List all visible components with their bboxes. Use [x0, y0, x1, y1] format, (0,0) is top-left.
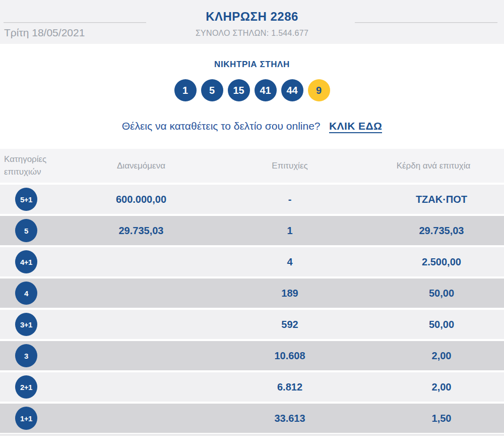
winning-number-ball: 5 — [201, 79, 223, 101]
category-badge: 5 — [15, 219, 37, 242]
prize-cell: 1,50 — [363, 413, 504, 424]
category-badge: 3 — [15, 344, 37, 367]
cta-line: Θέλεις να καταθέτεις το δελτίο σου onlin… — [0, 120, 504, 132]
draw-date: Τρίτη 18/05/2021 — [4, 27, 85, 39]
winners-cell: - — [217, 194, 363, 205]
joker-number-ball: 9 — [308, 79, 330, 101]
table-row: 529.735,03129.735,03 — [0, 214, 504, 245]
table-row: 418950,00 — [0, 276, 504, 308]
col-header-category: Κατηγορίες επιτυχιών — [0, 153, 55, 178]
prize-cell: 29.735,03 — [363, 225, 504, 237]
winning-number-ball: 44 — [281, 79, 303, 101]
prize-cell: 2,00 — [363, 350, 504, 362]
category-cell: 5 — [0, 219, 52, 242]
category-badge: 4+1 — [15, 250, 37, 273]
category-badge: 5+1 — [15, 188, 37, 211]
table-row: 1+133.6131,50 — [0, 402, 504, 433]
category-badge: 4 — [15, 282, 37, 305]
prize-cell: 50,00 — [363, 319, 504, 330]
category-cell: 3+1 — [0, 313, 52, 336]
col-header-winners: Επιτυχίες — [217, 161, 363, 171]
winners-cell: 189 — [217, 288, 363, 299]
draw-title: ΚΛΗΡΩΣΗ 2286 — [0, 10, 504, 24]
winning-numbers: 151541449 — [0, 79, 504, 101]
col-header-distributed: Διανεμόμενα — [66, 161, 217, 171]
table-row: 3+159250,00 — [0, 308, 504, 339]
results-rows: 5+1600.000,00-ΤΖΑΚ·ΠΟΤ529.735,03129.735,… — [0, 183, 504, 433]
prize-cell: 2.500,00 — [363, 256, 504, 268]
results-table: Κατηγορίες επιτυχιών Διανεμόμενα Επιτυχί… — [0, 149, 504, 436]
winning-number-ball: 15 — [228, 79, 250, 101]
col-header-prize: Κέρδη ανά επιτυχία — [363, 161, 504, 171]
winners-cell: 33.613 — [217, 413, 363, 424]
category-cell: 4+1 — [0, 250, 52, 273]
category-cell: 4 — [0, 282, 52, 305]
table-row: 2+16.8122,00 — [0, 370, 504, 402]
prize-cell: ΤΖΑΚ·ΠΟΤ — [363, 194, 504, 205]
category-cell: 1+1 — [0, 407, 52, 430]
winning-number-ball: 1 — [174, 79, 197, 101]
winners-cell: 10.608 — [217, 350, 363, 362]
category-cell: 2+1 — [0, 375, 52, 399]
distributed-cell: 600.000,00 — [66, 194, 217, 205]
winners-cell: 6.812 — [217, 381, 363, 393]
winners-cell: 592 — [217, 319, 363, 330]
winners-cell: 1 — [217, 225, 363, 237]
click-here-link[interactable]: ΚΛΙΚ ΕΔΩ — [329, 120, 382, 133]
prize-cell: 50,00 — [363, 288, 504, 299]
winning-column-heading: ΝΙΚΗΤΡΙΑ ΣΤΗΛΗ — [0, 60, 504, 70]
distributed-cell: 29.735,03 — [66, 225, 217, 237]
table-row: 310.6082,00 — [0, 339, 504, 370]
category-badge: 1+1 — [15, 407, 37, 430]
table-footer-strip — [0, 433, 504, 436]
table-row: 5+1600.000,00-ΤΖΑΚ·ΠΟΤ — [0, 183, 504, 214]
results-table-header: Κατηγορίες επιτυχιών Διανεμόμενα Επιτυχί… — [0, 149, 504, 183]
winners-cell: 4 — [217, 256, 363, 268]
category-cell: 3 — [0, 344, 52, 367]
prize-cell: 2,00 — [363, 381, 504, 393]
category-cell: 5+1 — [0, 188, 52, 211]
page: ΚΛΗΡΩΣΗ 2286 ΣΥΝΟΛΟ ΣΤΗΛΩΝ: 1.544.677 Τρ… — [0, 0, 504, 447]
cta-question: Θέλεις να καταθέτεις το δελτίο σου onlin… — [122, 120, 321, 132]
winning-number-ball: 41 — [255, 79, 277, 101]
draw-header: ΚΛΗΡΩΣΗ 2286 ΣΥΝΟΛΟ ΣΤΗΛΩΝ: 1.544.677 Τρ… — [0, 0, 504, 44]
table-row: 4+142.500,00 — [0, 245, 504, 276]
category-badge: 2+1 — [15, 375, 37, 399]
category-badge: 3+1 — [15, 313, 37, 336]
